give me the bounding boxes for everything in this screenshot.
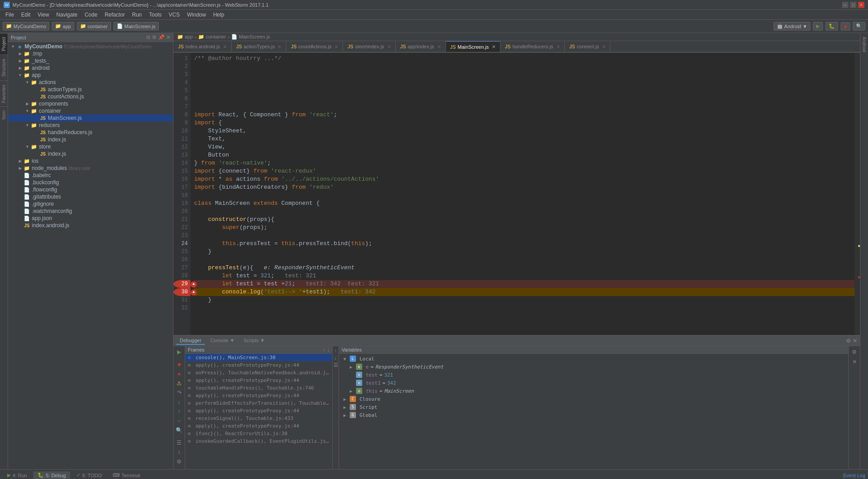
menu-file[interactable]: File xyxy=(2,11,17,19)
run-tab-run[interactable]: ▶ 4: Run xyxy=(3,471,31,479)
frame-item-11[interactable]: ⊙ invokeGuardedCallback(), EventPluginUt… xyxy=(185,437,332,445)
tab-countactions[interactable]: JS countActions.js ✕ xyxy=(286,41,343,52)
tree-item-countactions[interactable]: JS countActions.js xyxy=(8,93,173,100)
tree-item-app[interactable]: ▼ 📁 app xyxy=(8,72,173,79)
tree-item-ios[interactable]: ▶ 📁 ios xyxy=(8,157,173,165)
mute-breakpoints-btn[interactable]: ● xyxy=(175,370,183,378)
debug-side-close[interactable]: ✕ xyxy=(851,358,859,366)
tree-item-handlereducers[interactable]: JS handleReducers.js xyxy=(8,129,173,136)
tree-item-reducers[interactable]: ▼ 📁 reducers xyxy=(8,122,173,129)
tab-favorites[interactable]: Favorites xyxy=(0,81,8,106)
tab-index-android[interactable]: JS index.android.js ✕ xyxy=(174,41,232,52)
run-tab-debug[interactable]: 🐛 5: Debug xyxy=(33,471,70,479)
app-selector[interactable]: 📁 app xyxy=(52,22,74,30)
tab-close-countactions[interactable]: ✕ xyxy=(334,44,338,49)
menu-run[interactable]: Run xyxy=(128,11,145,19)
menu-help[interactable]: Help xyxy=(210,11,228,19)
frame-item-0[interactable]: ⊙ console(), MainScreen.js:30 xyxy=(185,354,332,361)
tree-item-android[interactable]: ▶ 📁 android xyxy=(8,64,173,72)
run-tab-todo[interactable]: ✓ 6: TODO xyxy=(72,471,106,479)
run-to-cursor-btn[interactable]: → xyxy=(175,417,183,425)
tab-close-handlereducers[interactable]: ✕ xyxy=(556,44,560,49)
tree-item-flowconfig[interactable]: 📄 .flowconfig xyxy=(8,186,173,193)
menu-tools[interactable]: Tools xyxy=(145,11,165,19)
tab-close-actiontypes[interactable]: ✕ xyxy=(278,44,281,49)
tab-close-connect[interactable]: ✕ xyxy=(602,44,605,49)
tab-mainscreen[interactable]: JS MainScreen.js ✕ xyxy=(446,41,501,52)
container-selector[interactable]: 📁 container xyxy=(77,22,111,30)
debug-settings-icon[interactable]: ⚙ xyxy=(846,338,851,344)
tree-item-buckconfig[interactable]: 📄 .buckconfig xyxy=(8,179,173,186)
fav-tab-android[interactable]: Android xyxy=(861,33,868,55)
nav-filter-btn[interactable]: ☰ xyxy=(333,362,339,368)
tree-item-reducers-index[interactable]: JS index.js xyxy=(8,136,173,143)
frame-item-4[interactable]: ⊙ touchableHandlePress(), Touchable.js:7… xyxy=(185,384,332,392)
collapse-icon[interactable]: ⊟ xyxy=(146,34,150,40)
var-local-section[interactable]: ▼ L Local xyxy=(339,355,848,363)
tree-item-store-index[interactable]: JS index.js xyxy=(8,150,173,157)
frame-item-2[interactable]: ⊙ onPress(), TouchableNativeFeedback.and… xyxy=(185,369,332,377)
code-content[interactable]: /** @author houtrry ...*/ import React, … xyxy=(191,53,855,335)
tab-handlereducers[interactable]: JS handleReducers.js ✕ xyxy=(500,41,565,52)
stop-debug-btn[interactable]: ■ xyxy=(175,360,183,369)
minimize-button[interactable]: ─ xyxy=(842,2,848,8)
tree-item-mainscreen[interactable]: JS MainScreen.js xyxy=(8,114,173,122)
tab-connect[interactable]: JS connect.js ✕ xyxy=(565,41,610,52)
var-e[interactable]: ▶ e e = ResponderSyntheticEvent xyxy=(339,363,848,371)
run-tab-terminal[interactable]: ⌨ Terminal xyxy=(108,471,145,479)
event-log-link[interactable]: Event Log xyxy=(843,473,865,478)
frames-up-btn[interactable]: ↑ xyxy=(323,347,326,352)
tree-item-gitattributes[interactable]: 📄 .gitattributes xyxy=(8,193,173,200)
debug-tab-debugger[interactable]: Debugger xyxy=(176,337,205,345)
menu-vcs[interactable]: VCS xyxy=(165,11,183,19)
pin-icon[interactable]: 📌 xyxy=(158,34,165,40)
step-over-btn[interactable]: ↷ xyxy=(175,389,183,397)
tab-structure[interactable]: Structure xyxy=(0,55,8,81)
nav-down-btn[interactable]: ↓ xyxy=(333,355,339,360)
menu-navigate[interactable]: Navigate xyxy=(53,11,81,19)
nav-up-btn[interactable]: ↑ xyxy=(333,348,339,353)
resume-btn[interactable]: ▶ xyxy=(175,348,183,356)
tree-item-actions[interactable]: ▼ 📁 actions xyxy=(8,79,173,86)
options-btn[interactable]: ⚙ xyxy=(175,458,183,466)
project-selector[interactable]: 📁 MyCountDemo xyxy=(3,22,49,30)
menu-edit[interactable]: Edit xyxy=(17,11,34,19)
frame-item-10[interactable]: ⊙ {func}(), ReactErrorUtils.js:30 xyxy=(185,430,332,437)
search-button[interactable]: 🔍 xyxy=(853,22,865,30)
code-editor[interactable]: 1 2 3 4 5 6 7 8 9 10 11 12 13 14 15 16 1… xyxy=(174,53,860,335)
tree-item-appjson[interactable]: 📄 app.json xyxy=(8,215,173,222)
tab-close-app-index[interactable]: ✕ xyxy=(437,44,441,49)
frame-item-3[interactable]: ⊙ apply(), createPrototypeProxy.js:44 xyxy=(185,377,332,384)
close-button[interactable]: ✕ xyxy=(858,2,864,8)
frame-item-8[interactable]: ⊙ receiveSignal(), Touchable.js:433 xyxy=(185,415,332,422)
maximize-button[interactable]: □ xyxy=(850,2,856,8)
debug-tab-scripts[interactable]: Scripts ▼ xyxy=(240,337,269,345)
step-into-btn[interactable]: ↓ xyxy=(175,398,183,406)
menu-refactor[interactable]: Refactor xyxy=(101,11,128,19)
tab-project[interactable]: Project xyxy=(0,33,8,55)
filter-btn[interactable]: ☰ xyxy=(175,439,183,447)
tab-app-index[interactable]: JS app\index.js ✕ xyxy=(396,41,446,52)
menu-window[interactable]: Window xyxy=(183,11,210,19)
var-closure[interactable]: ▶ C Closure xyxy=(339,395,848,403)
frame-item-5[interactable]: ⊙ apply(), createPrototypeProxy.js:44 xyxy=(185,392,332,399)
tree-item-container[interactable]: ▼ 📁 container xyxy=(8,107,173,114)
var-this[interactable]: ▶ o this = MainScreen xyxy=(339,387,848,395)
debug-tab-console[interactable]: Console ▼ xyxy=(207,337,238,345)
file-selector[interactable]: 📄 MainScreen.js xyxy=(114,22,159,30)
menu-view[interactable]: View xyxy=(34,11,53,19)
var-test1[interactable]: n test1 = 342 xyxy=(339,379,848,387)
warning-btn[interactable]: ⚠ xyxy=(175,379,183,387)
tab-close-mainscreen[interactable]: ✕ xyxy=(492,44,495,49)
frame-item-1[interactable]: ⊙ apply(), createPrototypeProxy.js:44 xyxy=(185,361,332,369)
var-script[interactable]: ▶ S Script xyxy=(339,403,848,411)
tree-item-components[interactable]: ▶ 📁 components xyxy=(8,100,173,107)
tree-root[interactable]: ▼ ◈ MyCountDemo D:\develop\reactNative\c… xyxy=(8,43,173,50)
step-out-btn[interactable]: ↑ xyxy=(175,407,183,415)
menu-code[interactable]: Code xyxy=(81,11,101,19)
tab-close-index-android[interactable]: ✕ xyxy=(223,44,227,49)
evaluate-btn[interactable]: 🔍 xyxy=(175,426,183,434)
frame-item-7[interactable]: ⊙ apply(), createPrototypeProxy.js:44 xyxy=(185,407,332,415)
frame-item-6[interactable]: ⊙ performSideEffectsForTransition(), Tou… xyxy=(185,399,332,407)
tree-item-nodemodules[interactable]: ▶ 📁 node_modules library root xyxy=(8,165,173,172)
